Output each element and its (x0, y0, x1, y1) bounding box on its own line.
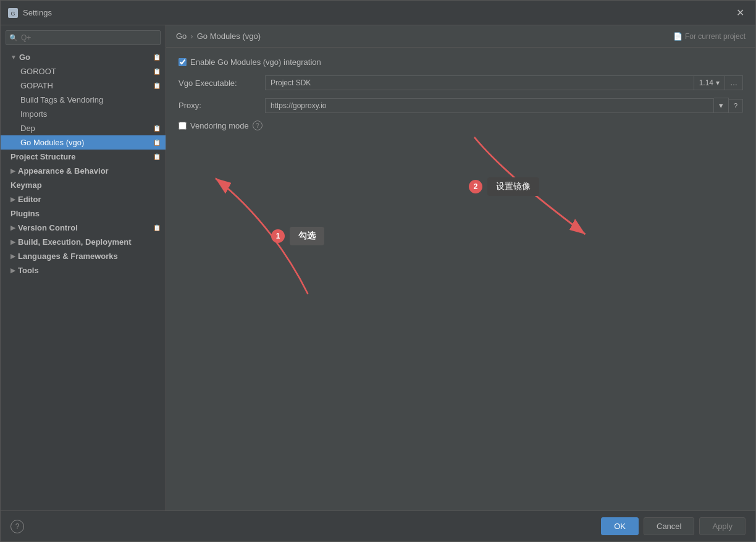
sidebar-item-languages-frameworks[interactable]: ▶ Languages & Frameworks (1, 249, 166, 263)
proxy-dropdown-button[interactable]: ▾ (714, 98, 729, 113)
search-input[interactable] (6, 30, 161, 45)
sidebar-item-imports[interactable]: Imports (1, 107, 166, 121)
sidebar-item-build-tags[interactable]: Build Tags & Vendoring (1, 93, 166, 107)
sidebar-item-plugins[interactable]: Plugins (1, 206, 166, 221)
search-icon: 🔍 (9, 34, 18, 42)
expand-arrow-icon: ▶ (10, 239, 15, 245)
sidebar: 🔍 ▼ Go 📋 GOROOT 📋 GOPATH 📋 (1, 25, 166, 510)
sidebar-item-gopath[interactable]: GOPATH 📋 (1, 78, 166, 93)
sidebar-item-project-structure[interactable]: Project Structure 📋 (1, 150, 166, 164)
arrows-overlay (166, 48, 755, 510)
proxy-row: Proxy: ▾ ? (178, 98, 743, 113)
sdk-more-button[interactable]: … (725, 75, 743, 90)
expand-arrow-icon: ▶ (10, 267, 15, 274)
bottom-bar: ? OK Cancel Apply (1, 510, 755, 541)
expand-arrow-icon: ▶ (10, 167, 15, 174)
expand-arrow-icon: ▼ (10, 54, 17, 61)
help-button[interactable]: ? (10, 520, 24, 533)
breadcrumb-root: Go (176, 32, 187, 41)
vendor-checkbox-label[interactable]: Vendoring mode (178, 121, 249, 130)
copy-icon: 📋 (153, 82, 161, 89)
proxy-input[interactable] (265, 98, 714, 113)
main-content: Go › Go Modules (vgo) 📄For current proje… (166, 25, 755, 510)
sidebar-tree: ▼ Go 📋 GOROOT 📋 GOPATH 📋 Build Tags & Ve… (1, 50, 166, 510)
title-bar: G Settings ✕ (1, 1, 755, 25)
sidebar-item-go-modules[interactable]: Go Modules (vgo) 📋 (1, 135, 166, 150)
expand-arrow-icon: ▶ (10, 224, 15, 231)
badge-1: 1 (271, 229, 285, 243)
vendor-checkbox[interactable] (178, 122, 187, 130)
vgo-control: Project SDK 1.14 ▾ … (265, 75, 743, 90)
copy-icon: 📋 (153, 153, 161, 160)
expand-arrow-icon: ▶ (10, 196, 15, 203)
cancel-button[interactable]: Cancel (644, 517, 694, 535)
copy-icon: 📋 (153, 139, 161, 146)
window-title: Settings (23, 8, 733, 17)
sidebar-item-keymap[interactable]: Keymap (1, 178, 166, 192)
for-project-label: 📄For current project (673, 32, 746, 41)
annotation-2: 2 设置镜像 (469, 177, 539, 196)
breadcrumb-separator: › (190, 32, 193, 41)
enable-row: Enable Go Modules (vgo) integration (178, 57, 743, 67)
vgo-label: Vgo Executable: (178, 78, 265, 88)
enable-checkbox[interactable] (178, 58, 187, 66)
sidebar-item-tools[interactable]: ▶ Tools (1, 263, 166, 277)
chevron-down-icon: ▾ (716, 78, 720, 87)
sidebar-item-go[interactable]: ▼ Go 📋 (1, 50, 166, 64)
proxy-label: Proxy: (178, 101, 265, 110)
close-button[interactable]: ✕ (733, 6, 748, 20)
proxy-help-button[interactable]: ? (729, 99, 743, 112)
expand-arrow-icon: ▶ (10, 253, 15, 260)
badge-2: 2 (469, 180, 482, 193)
app-icon: G (8, 8, 18, 18)
sdk-version: 1.14 ▾ (694, 75, 725, 90)
sidebar-item-goroot[interactable]: GOROOT 📋 (1, 64, 166, 78)
vendor-help-icon[interactable]: ? (253, 121, 262, 130)
breadcrumb-current: Go Modules (vgo) (197, 32, 261, 41)
enable-checkbox-label[interactable]: Enable Go Modules (vgo) integration (178, 57, 321, 67)
vgo-executable-row: Vgo Executable: Project SDK 1.14 ▾ … (178, 75, 743, 90)
sidebar-item-appearance-behavior[interactable]: ▶ Appearance & Behavior (1, 164, 166, 178)
copy-icon: 📋 (153, 224, 161, 231)
proxy-control: ▾ ? (265, 98, 743, 113)
copy-icon: 📋 (153, 68, 161, 75)
annotation-1: 1 勾选 (271, 227, 324, 245)
vgo-select[interactable]: Project SDK (265, 75, 694, 90)
apply-button[interactable]: Apply (699, 517, 746, 535)
sidebar-item-dep[interactable]: Dep 📋 (1, 121, 166, 135)
search-box: 🔍 (6, 30, 161, 45)
svg-text:G: G (10, 11, 15, 17)
vendor-row: Vendoring mode ? (178, 121, 743, 130)
annotation-box-2: 设置镜像 (487, 177, 539, 196)
sidebar-item-build-execution[interactable]: ▶ Build, Execution, Deployment (1, 235, 166, 249)
content-area: Enable Go Modules (vgo) integration Vgo … (166, 48, 755, 510)
sidebar-item-version-control[interactable]: ▶ Version Control 📋 (1, 221, 166, 235)
ok-button[interactable]: OK (601, 517, 639, 535)
breadcrumb: Go › Go Modules (vgo) 📄For current proje… (166, 25, 755, 48)
copy-icon: 📋 (153, 54, 161, 61)
copy-icon: 📋 (153, 125, 161, 132)
bottom-actions: OK Cancel Apply (601, 517, 746, 535)
dialog-body: 🔍 ▼ Go 📋 GOROOT 📋 GOPATH 📋 (1, 25, 755, 510)
annotation-box-1: 勾选 (290, 227, 324, 245)
sidebar-item-editor[interactable]: ▶ Editor (1, 192, 166, 206)
settings-dialog: G Settings ✕ 🔍 ▼ Go 📋 GOROOT (0, 0, 756, 542)
